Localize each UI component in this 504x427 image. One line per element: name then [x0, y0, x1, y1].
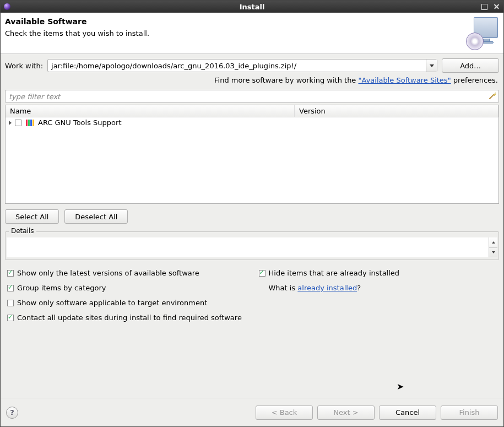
tree-row[interactable]: ARC GNU Tools Support: [6, 117, 498, 128]
window-title: Install: [1, 3, 503, 11]
options-area: Show only the latest versions of availab…: [5, 269, 499, 322]
already-installed-link[interactable]: already installed: [297, 284, 357, 292]
chevron-up-icon: [492, 241, 495, 244]
help-button[interactable]: ?: [6, 407, 18, 419]
details-text[interactable]: [7, 237, 497, 257]
work-with-row: Work with: Add...: [5, 58, 499, 73]
column-version[interactable]: Version: [295, 105, 498, 117]
chevron-down-icon: [430, 64, 434, 67]
expand-toggle-icon[interactable]: [9, 121, 12, 125]
finish-button: Finish: [441, 406, 498, 420]
option-hide-installed[interactable]: Hide items that are already installed: [259, 269, 497, 277]
help-icon: ?: [10, 408, 14, 417]
checkbox[interactable]: [7, 315, 14, 321]
wizard-footer: ? < Back Next > Cancel Finish: [1, 398, 503, 426]
deselect-all-button[interactable]: Deselect All: [64, 209, 128, 224]
what-is-prefix: What is: [269, 284, 298, 292]
next-button: Next >: [317, 406, 375, 420]
add-button[interactable]: Add...: [442, 58, 499, 73]
option-label: Show only software applicable to target …: [17, 299, 207, 307]
what-is-suffix: ?: [357, 284, 361, 292]
hint-line: Find more software by working with the "…: [5, 76, 498, 84]
content-area: Available Software Check the items that …: [1, 13, 503, 426]
back-button: < Back: [256, 406, 313, 420]
details-legend: Details: [9, 227, 36, 235]
select-all-button[interactable]: Select All: [5, 209, 59, 224]
tree-item-checkbox[interactable]: [15, 120, 21, 126]
option-label: Group items by category: [17, 284, 106, 292]
details-fieldset: Details: [5, 231, 499, 260]
install-window: Install Available Software Check the ite…: [0, 0, 504, 427]
filter-input[interactable]: [5, 90, 499, 103]
work-with-dropdown-button[interactable]: [426, 60, 437, 72]
software-tree[interactable]: Name Version ARC GNU Tools Support: [5, 105, 499, 204]
eclipse-icon: [4, 3, 10, 10]
maximize-button[interactable]: [481, 3, 489, 10]
option-latest-only[interactable]: Show only the latest versions of availab…: [7, 269, 246, 277]
chevron-down-icon: [492, 251, 495, 253]
available-sites-link[interactable]: "Available Software Sites": [359, 76, 451, 84]
what-is-line: What is already installed?: [269, 284, 497, 292]
work-with-combo[interactable]: [47, 59, 437, 72]
tree-header: Name Version: [6, 105, 498, 117]
hint-prefix: Find more software by working with the: [214, 76, 359, 84]
details-spinner[interactable]: [489, 237, 497, 257]
option-group-category[interactable]: Group items by category: [7, 284, 246, 292]
work-with-label: Work with:: [5, 62, 43, 70]
option-label: Show only the latest versions of availab…: [17, 269, 199, 277]
titlebar[interactable]: Install: [1, 1, 503, 13]
option-target-env[interactable]: Show only software applicable to target …: [7, 299, 246, 307]
wizard-icon: [468, 17, 499, 48]
option-contact-all[interactable]: Contact all update sites during install …: [7, 314, 497, 322]
option-label: Hide items that are already installed: [269, 269, 400, 277]
wizard-header: Available Software Check the items that …: [1, 13, 503, 54]
hint-suffix: preferences.: [451, 76, 498, 84]
page-title: Available Software: [5, 17, 149, 26]
svg-line-0: [490, 95, 494, 99]
option-label: Contact all update sites during install …: [17, 314, 242, 322]
clear-filter-icon[interactable]: [488, 91, 497, 100]
close-button[interactable]: [493, 3, 500, 10]
cancel-button[interactable]: Cancel: [379, 406, 436, 420]
category-icon: [26, 120, 35, 126]
page-subtitle: Check the items that you wish to install…: [5, 29, 149, 37]
checkbox[interactable]: [259, 270, 265, 277]
work-with-input[interactable]: [48, 60, 426, 72]
checkbox[interactable]: [7, 270, 14, 277]
column-name[interactable]: Name: [6, 105, 295, 117]
checkbox[interactable]: [7, 300, 14, 306]
checkbox[interactable]: [7, 285, 14, 291]
tree-item-label: ARC GNU Tools Support: [38, 118, 121, 127]
